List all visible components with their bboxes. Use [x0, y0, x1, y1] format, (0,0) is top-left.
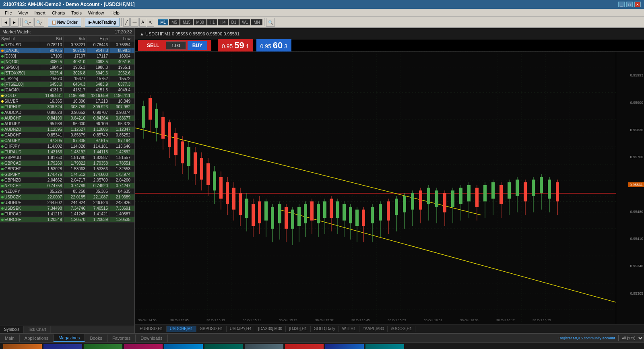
tf-m15[interactable]: M15: [180, 19, 193, 25]
market-watch-row[interactable]: NZDCHF 0.74758 0.74789 0.74920 0.74247 1…: [0, 183, 134, 189]
chart-tab-gbpusd[interactable]: GBPUSD,H1: [196, 326, 227, 332]
market-watch-row[interactable]: [FTSE100] 6453.0 6454.3 6483.9 6377.3 17…: [0, 82, 134, 87]
tf-w1[interactable]: W1: [239, 19, 250, 25]
menu-charts[interactable]: Charts: [49, 10, 68, 16]
magazine-item-forexpress[interactable]: ForexPress ForexPress 2014/04: [164, 344, 203, 349]
chart-tab-eurusd[interactable]: EURUSD,H1: [136, 326, 167, 332]
market-watch-row[interactable]: USDHUF 244.602 244.924 246.626 243.926 1…: [0, 200, 134, 206]
minimize-button[interactable]: _: [618, 2, 625, 7]
bot-tab-favorites[interactable]: Favorites: [107, 335, 136, 342]
menu-tools[interactable]: Tools: [68, 10, 85, 16]
magazine-item-fx-trader[interactable]: FX TRADER MAGAZINE FX Trader Ma... 2014/…: [3, 344, 42, 349]
lot-size-input[interactable]: [166, 41, 186, 50]
tf-m30[interactable]: M30: [194, 19, 206, 25]
market-watch-row[interactable]: GBPNZD 2.04662 2.04717 2.05709 2.04260 1…: [0, 178, 134, 183]
autotrading-button[interactable]: ▶ AutoTrading: [85, 18, 120, 27]
close-button[interactable]: ×: [634, 2, 641, 7]
chart-tab-aapl[interactable]: #AAPL,M30: [359, 326, 388, 332]
market-watch-row[interactable]: [CAC40] 4131.0 4131.7 4151.5 4049.4 17:2…: [0, 87, 134, 93]
register-link[interactable]: Register MQL5.community account: [555, 336, 618, 340]
market-watch-row[interactable]: USDCZK 22.0007 22.0185 22.1087 21.9389 1…: [0, 194, 134, 200]
zoom-in-button[interactable]: 🔍+: [22, 18, 33, 27]
text-tool-button[interactable]: A: [139, 18, 146, 27]
chart-tab-gold[interactable]: GOLD,Daily: [311, 326, 339, 332]
menu-file[interactable]: File: [2, 10, 15, 16]
market-watch-row[interactable]: [STOXX50] 3025.4 3026.8 3049.6 2962.6 17…: [0, 70, 134, 76]
market-watch-row[interactable]: EURAUD 1.43166 1.43192 1.44115 1.42892 1…: [0, 149, 134, 155]
mw-high: 96.109: [87, 121, 109, 126]
forward-button[interactable]: ►: [10, 18, 19, 27]
market-watch-row[interactable]: EURHUF 308.524 308.789 309.923 307.982 1…: [0, 104, 134, 110]
mw-tab-tick-chart[interactable]: Tick Chart: [24, 326, 50, 333]
market-watch-row[interactable]: [SP500] 1984.5 1985.3 1986.3 1965.1 17:2…: [0, 65, 134, 70]
chart-tab-dj30[interactable]: [DJ30],H1: [286, 326, 310, 332]
tf-h1[interactable]: H1: [207, 19, 217, 25]
market-watch-row[interactable]: GBPCAD 1.79269 1.79322 1.79358 1.78551 1…: [0, 161, 134, 166]
market-watch-row[interactable]: GBPJPY 174.476 174.512 174.600 173.974 1…: [0, 172, 134, 178]
sell-button[interactable]: SELL: [142, 41, 164, 50]
magazine-item-traders-italy[interactable]: TRADERS' Italy TRADERS' Italy 2014/09: [204, 344, 243, 349]
magazine-item-borsa-istanbul[interactable]: BORSA ISTANBUL Borsa Istanbu... 2014/10: [325, 344, 364, 349]
market-watch-row[interactable]: GBPCHF 1.53028 1.53063 1.53366 1.32553 1…: [0, 166, 134, 172]
hline-tool-button[interactable]: —: [130, 18, 138, 27]
market-watch-row[interactable]: AUDCHF 0.84190 0.84210 0.84364 0.83677 1…: [0, 116, 134, 121]
bot-tab-downloads[interactable]: Downloads: [136, 335, 167, 342]
menu-view[interactable]: View: [15, 10, 31, 16]
chart-tab-dax30[interactable]: [DAX30],M30: [255, 326, 286, 332]
magazine-filter-dropdown[interactable]: All (171): [618, 335, 644, 341]
tf-d1[interactable]: D1: [229, 19, 239, 25]
svg-rect-99: [435, 190, 438, 207]
bot-tab-books[interactable]: Books: [85, 335, 107, 342]
market-watch-row[interactable]: CADCHF 0.85341 0.85379 0.85749 0.85252 1…: [0, 132, 134, 138]
market-watch-row[interactable]: [DAX30] 9070.5 9071.5 9147.3 8898.3 17:2…: [0, 48, 134, 54]
search-button[interactable]: 🔍: [266, 18, 275, 27]
market-watch-row[interactable]: NZDUSD 0.78210 0.78221 0.78446 0.76654 1…: [0, 42, 134, 48]
market-watch-row[interactable]: [DJ30] 17106 17107 17117 16904 17:20:31: [0, 54, 134, 59]
market-watch-row[interactable]: CADJPY 97.305 97.335 97.615 97.194 17:20…: [0, 138, 134, 144]
market-watch-row[interactable]: EURCAD 1.41213 1.41245 1.41421 1.40587 1…: [0, 211, 134, 217]
chart-tab-wti[interactable]: WTI,H1: [339, 326, 359, 332]
market-watch-row[interactable]: AUDJPY 95.988 96.000 96.109 95.378 17:20…: [0, 121, 134, 127]
chart-tab-goog[interactable]: #GOOG,H1: [388, 326, 415, 332]
zoom-out-button[interactable]: 🔍-: [34, 18, 44, 27]
magazine-item-stocks-com[interactable]: STOCKS & COMMODITIES Stock & Com... 2014…: [84, 344, 122, 349]
market-watch-row[interactable]: GBPAUD 1.81750 1.81780 1.82587 1.81557 1…: [0, 155, 134, 161]
market-watch-row[interactable]: GOLD 1196.881 1196.998 1216.659 1196.411…: [0, 93, 134, 99]
new-order-button[interactable]: 📋 New Order: [48, 18, 81, 27]
magazine-item-investors[interactable]: INVESTORS' INVESTORS' 2014/10: [245, 344, 283, 349]
tf-m5[interactable]: M5: [169, 19, 180, 25]
market-watch-row[interactable]: [JP225] 15670 15677 15752 15572 17:20:32: [0, 76, 134, 82]
chart-canvas-container[interactable]: 30 Oct 14:50 30 Oct 15:05 30 Oct 15:13 3…: [135, 52, 616, 324]
market-watch-row[interactable]: EURCHF 1.20549 1.20570 1.20639 1.20535 1…: [0, 217, 134, 223]
market-watch-row[interactable]: [NQ100] 4080.5 4081.0 4093.5 4051.6 17:2…: [0, 59, 134, 65]
magazine-item-forex-latino[interactable]: Forex Latino M. ForexLatino M... 2014/10: [365, 344, 404, 349]
tf-h4[interactable]: H4: [218, 19, 228, 25]
menu-insert[interactable]: Insert: [31, 10, 49, 16]
tf-m1[interactable]: M1: [158, 19, 168, 25]
market-watch-row[interactable]: CHFJPY 114.002 114.028 114.181 113.646 1…: [0, 144, 134, 149]
maximize-button[interactable]: □: [626, 2, 633, 7]
mw-tab-symbols[interactable]: Symbols: [0, 326, 24, 333]
chart-tab-usdchf[interactable]: USDCHF,M1: [167, 326, 196, 332]
arrow-tool-button[interactable]: ↖: [147, 18, 154, 27]
magazine-item-eforex[interactable]: e-FOREX e-Forex 2014/07: [43, 344, 82, 349]
magazine-item-traders-de[interactable]: TRADERS' TRADERS' DE 2014/11: [124, 344, 163, 349]
mw-high: 1216.659: [87, 93, 109, 98]
magazine-item-forex-trader[interactable]: FOREX TRADER MAGAZINE Forex Trader... 20…: [285, 344, 324, 349]
market-watch-row[interactable]: AUDCAD 0.98628 0.98652 0.98707 0.98074 1…: [0, 110, 134, 116]
bot-tab-applications[interactable]: Applications: [20, 335, 54, 342]
tf-mn[interactable]: MN: [251, 19, 262, 25]
magazine-cover: ForexPress: [164, 344, 203, 349]
buy-button[interactable]: BUY: [188, 41, 207, 50]
back-button[interactable]: ◄: [2, 18, 10, 27]
menu-help[interactable]: Help: [107, 10, 123, 16]
bot-tab-main[interactable]: Main: [0, 335, 20, 342]
bot-tab-magazines[interactable]: Magazines: [54, 334, 85, 342]
chart-tab-usdjpy[interactable]: USDJPY,H4: [227, 326, 255, 332]
market-watch-row[interactable]: USDSEK 7.34498 7.34746 7.40515 7.33691 1…: [0, 206, 134, 211]
market-watch-row[interactable]: SILVER 16.365 16.390 17.213 16.349 17:20…: [0, 99, 134, 104]
menu-window[interactable]: Window: [85, 10, 107, 16]
market-watch-row[interactable]: NZDJPY 85.226 85.258 85.385 84.635 17:20…: [0, 189, 134, 194]
market-watch-row[interactable]: AUDNZD 1.12595 1.12627 1.12806 1.12347 1…: [0, 127, 134, 132]
line-tool-button[interactable]: ╱: [123, 18, 130, 27]
